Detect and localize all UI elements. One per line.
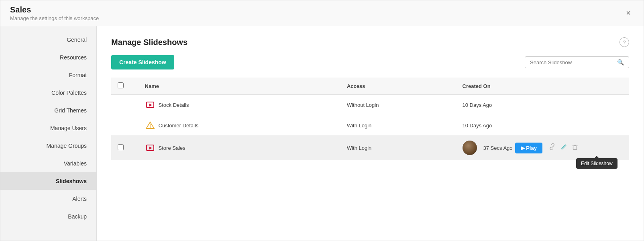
table-row: Store Sales With Login 37 Secs Ago ▶ Pla… <box>111 136 629 160</box>
svg-marker-1 <box>149 104 152 106</box>
slideshows-table: Name Access Created On <box>111 78 629 160</box>
section-header: Manage Slideshows ? <box>111 37 629 47</box>
edit-icon[interactable]: Edit Slideshow <box>560 143 567 153</box>
main-window: Sales Manage the settings of this worksp… <box>0 0 644 241</box>
sidebar-item-general[interactable]: General <box>0 31 96 49</box>
slides-icon <box>145 143 155 153</box>
sidebar-item-format[interactable]: Format <box>0 66 96 84</box>
search-box: 🔍 <box>525 56 629 68</box>
row-created-store-text: 37 Secs Ago <box>483 145 513 151</box>
col-header-created: Created On <box>456 78 629 95</box>
svg-marker-6 <box>149 147 152 149</box>
name-cell-stock: Stock Details <box>145 100 334 110</box>
help-icon[interactable]: ? <box>620 37 629 47</box>
sidebar-item-manage-users[interactable]: Manage Users <box>0 119 96 137</box>
play-button[interactable]: ▶ Play <box>515 143 542 153</box>
col-header-name: Name <box>139 78 340 95</box>
title-bar-left: Sales Manage the settings of this worksp… <box>10 5 99 21</box>
avatar-image <box>463 141 477 155</box>
svg-rect-7 <box>573 146 577 149</box>
toolbar: Create Slideshow 🔍 <box>111 55 629 69</box>
table-header-row: Name Access Created On <box>111 78 629 95</box>
row-name-cell: Store Sales <box>139 136 340 160</box>
title-bar: Sales Manage the settings of this worksp… <box>0 0 644 26</box>
col-header-access: Access <box>340 78 456 95</box>
search-input[interactable] <box>530 59 617 65</box>
row-created-customer: 10 Days Ago <box>456 115 629 136</box>
table-row: Customer Details With Login 10 Days Ago <box>111 115 629 136</box>
row-created-stock: 10 Days Ago <box>456 95 629 115</box>
row-name-cell: Customer Details <box>139 115 340 136</box>
action-icons: Edit Slideshow <box>549 143 579 153</box>
sidebar-item-grid-themes[interactable]: Grid Themes <box>0 102 96 119</box>
row-access-stock: Without Login <box>340 95 456 115</box>
row-checkbox-store[interactable] <box>118 144 124 150</box>
body: General Resources Format Color Palettes … <box>0 26 644 241</box>
name-cell-store: Store Sales <box>145 143 334 153</box>
main-content: Manage Slideshows ? Create Slideshow 🔍 N… <box>97 26 644 241</box>
row-name-store: Store Sales <box>159 145 185 151</box>
edit-tooltip: Edit Slideshow <box>576 158 618 169</box>
slides-icon <box>145 100 155 110</box>
sidebar-item-color-palettes[interactable]: Color Palettes <box>0 84 96 102</box>
delete-icon[interactable] <box>571 143 579 153</box>
row-check-cell <box>111 115 139 136</box>
row-name-cell: Stock Details <box>139 95 340 115</box>
create-slideshow-button[interactable]: Create Slideshow <box>111 55 174 69</box>
row-check-cell <box>111 136 139 160</box>
sidebar-item-manage-groups[interactable]: Manage Groups <box>0 137 96 155</box>
avatar <box>463 141 477 155</box>
row-name-stock: Stock Details <box>159 102 189 108</box>
select-all-checkbox[interactable] <box>118 82 124 88</box>
search-icon: 🔍 <box>617 59 624 65</box>
sidebar-item-slideshows[interactable]: Slideshows <box>0 172 96 190</box>
sidebar-item-backup[interactable]: Backup <box>0 208 96 225</box>
row-access-customer: With Login <box>340 115 456 136</box>
row-name-customer: Customer Details <box>159 123 199 129</box>
svg-point-4 <box>150 127 151 128</box>
row-check-cell <box>111 95 139 115</box>
row-created-store: 37 Secs Ago ▶ Play <box>456 136 629 160</box>
actions-cell-store: 37 Secs Ago ▶ Play <box>463 141 623 155</box>
row-access-store: With Login <box>340 136 456 160</box>
name-cell-customer: Customer Details <box>145 120 334 131</box>
chart-icon <box>145 120 155 131</box>
sidebar-item-resources[interactable]: Resources <box>0 49 96 66</box>
col-header-check <box>111 78 139 95</box>
app-title: Sales <box>10 5 99 14</box>
link-icon[interactable] <box>549 143 556 153</box>
close-button[interactable]: × <box>623 8 634 19</box>
section-title: Manage Slideshows <box>111 38 187 47</box>
sidebar: General Resources Format Color Palettes … <box>0 26 97 241</box>
sidebar-item-alerts[interactable]: Alerts <box>0 190 96 208</box>
app-subtitle: Manage the settings of this workspace <box>10 15 99 21</box>
sidebar-item-variables[interactable]: Variables <box>0 155 96 172</box>
table-row: Stock Details Without Login 10 Days Ago <box>111 95 629 115</box>
